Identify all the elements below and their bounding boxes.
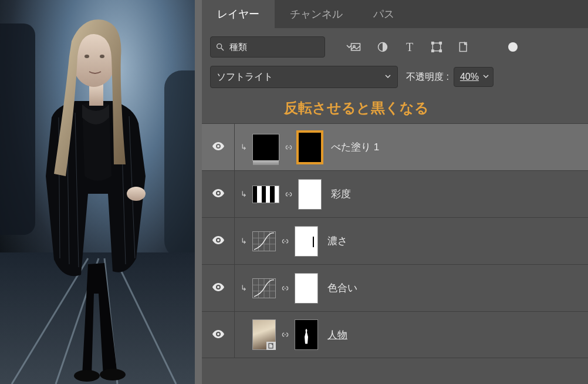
layer-mask-thumbnail[interactable]: [298, 179, 322, 210]
clip-indicator: ↳: [235, 284, 252, 292]
opacity-value: 40%: [460, 72, 479, 82]
layer-list: ↳ べた塗り 1 ↳ 彩度 ↳: [202, 123, 588, 358]
filter-adjustment-icon[interactable]: [374, 39, 391, 55]
layer-filter-bar: T: [202, 28, 588, 63]
filter-shape-icon[interactable]: [428, 39, 445, 55]
svg-point-47: [217, 333, 219, 335]
layer-row[interactable]: ↳ 濃さ: [202, 217, 588, 264]
svg-rect-26: [432, 42, 434, 44]
layer-row[interactable]: ↳ 彩度: [202, 170, 588, 217]
blend-opacity-row: ソフトライト 不透明度 : 40%: [202, 63, 588, 93]
svg-point-16: [100, 55, 104, 58]
svg-point-17: [127, 187, 146, 201]
layer-row[interactable]: ↳ べた塗り 1: [202, 123, 588, 170]
layer-mask-thumbnail[interactable]: [298, 132, 322, 163]
panel-tabs: レイヤー チャンネル パス: [202, 0, 588, 28]
svg-rect-27: [440, 42, 441, 44]
layer-row[interactable]: 人物: [202, 311, 588, 358]
filter-type-icon[interactable]: T: [401, 39, 418, 55]
mask-link-icon[interactable]: [279, 237, 291, 245]
search-icon: [215, 39, 225, 55]
svg-rect-2: [164, 70, 195, 258]
svg-rect-29: [440, 50, 441, 52]
layer-thumbnail[interactable]: [252, 186, 279, 203]
filter-smartobject-icon[interactable]: [455, 39, 472, 55]
tab-channels[interactable]: チャンネル: [275, 0, 358, 28]
svg-point-20: [217, 44, 222, 49]
chevron-down-icon: [384, 73, 391, 82]
opacity-field[interactable]: 40%: [454, 67, 494, 87]
filter-pixel-icon[interactable]: [347, 39, 364, 55]
mask-link-icon[interactable]: [279, 331, 291, 339]
svg-point-18: [74, 370, 100, 382]
tab-paths[interactable]: パス: [358, 0, 410, 28]
layer-mask-thumbnail[interactable]: [295, 273, 318, 304]
smart-object-badge: [266, 342, 276, 350]
blend-mode-select[interactable]: ソフトライト: [210, 66, 398, 88]
layer-filter-select[interactable]: [210, 36, 325, 58]
svg-rect-1: [0, 23, 35, 235]
svg-point-32: [217, 192, 219, 194]
blend-mode-value: ソフトライト: [217, 71, 273, 83]
clip-indicator: ↳: [235, 190, 252, 198]
opacity-label: 不透明度 :: [406, 71, 449, 83]
mask-link-icon[interactable]: [279, 284, 291, 292]
layers-panel: レイヤー チャンネル パス T: [202, 0, 588, 384]
clip-indicator: ↳: [235, 143, 252, 151]
svg-point-33: [217, 239, 219, 241]
mask-link-icon[interactable]: [283, 143, 295, 151]
visibility-toggle[interactable]: [211, 233, 225, 249]
layer-name[interactable]: 色合い: [327, 281, 357, 295]
layer-thumbnail[interactable]: [252, 231, 276, 251]
visibility-toggle[interactable]: [211, 139, 225, 155]
svg-rect-28: [432, 50, 434, 52]
svg-point-15: [85, 55, 89, 58]
svg-point-31: [217, 145, 219, 147]
visibility-toggle[interactable]: [211, 280, 225, 296]
layer-mask-thumbnail[interactable]: [295, 226, 318, 257]
visibility-toggle[interactable]: [211, 327, 225, 343]
layer-thumbnail[interactable]: [252, 278, 276, 298]
svg-point-40: [217, 286, 219, 288]
clip-indicator: ↳: [235, 237, 252, 245]
annotation-text: 反転させると黒くなる: [202, 93, 588, 123]
layer-thumbnail[interactable]: [252, 319, 276, 350]
document-preview[interactable]: [0, 0, 195, 384]
layer-thumbnail[interactable]: [252, 134, 279, 161]
layer-name[interactable]: 彩度: [331, 187, 351, 201]
svg-line-21: [221, 48, 224, 50]
layer-name[interactable]: 人物: [327, 328, 347, 342]
layer-row[interactable]: ↳ 色合い: [202, 264, 588, 311]
filter-toggle-switch[interactable]: [508, 42, 518, 52]
layer-name[interactable]: 濃さ: [327, 234, 347, 248]
layer-filter-input[interactable]: [228, 42, 342, 53]
visibility-toggle[interactable]: [211, 186, 225, 202]
chevron-down-icon: [482, 73, 489, 82]
layer-name[interactable]: べた塗り 1: [331, 140, 379, 154]
mask-link-icon[interactable]: [283, 190, 295, 198]
layer-mask-thumbnail[interactable]: [295, 319, 318, 350]
svg-point-19: [100, 369, 126, 380]
panel-divider: [195, 0, 202, 384]
tab-layers[interactable]: レイヤー: [202, 0, 275, 28]
